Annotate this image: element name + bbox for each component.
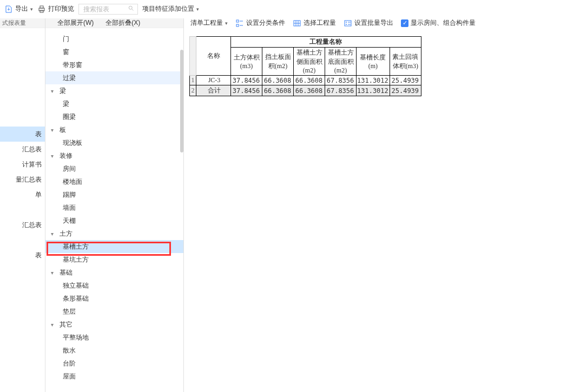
chevron-down-icon: ▾ [196, 6, 199, 12]
caret-down-icon: ▾ [51, 322, 57, 328]
tree-item[interactable]: 带形窗 [45, 58, 183, 71]
print-preview-label: 打印预览 [48, 4, 74, 14]
expand-all-button[interactable]: 全部展开(W) [57, 18, 94, 28]
tree-item[interactable]: 梁 [45, 97, 183, 110]
caret-down-icon: ▾ [51, 88, 57, 94]
left-tab-report[interactable]: 式报表量 [0, 18, 45, 28]
svg-line-4 [132, 9, 134, 11]
tree-item[interactable]: 台阶 [45, 357, 183, 370]
tree-item[interactable]: 圈梁 [45, 110, 183, 123]
tree-group[interactable]: ▾板 [45, 123, 183, 136]
tree-item[interactable]: 门 [45, 32, 183, 45]
caret-down-icon: ▾ [51, 127, 57, 133]
feature-position-label: 项目特征添加位置 [142, 4, 194, 14]
svg-rect-1 [40, 6, 43, 8]
column-header: 基槽土方底面面积(m2) [325, 48, 357, 76]
data-cell: 66.3608 [262, 76, 294, 85]
data-cell: 25.4939 [390, 85, 421, 96]
column-group-header: 工程量名称 [231, 37, 421, 48]
classify-icon [235, 19, 244, 28]
row-number: 1 [190, 76, 196, 85]
tree-item[interactable]: 散水 [45, 344, 183, 357]
list-quantity-button[interactable]: 清单工程量 ▾ [190, 18, 228, 28]
row-name-cell: 合计 [196, 85, 231, 96]
column-header: 土方体积(m3) [231, 48, 262, 76]
data-cell: 25.4939 [390, 76, 421, 85]
tree-group[interactable]: ▾梁 [45, 84, 183, 97]
tree-item[interactable]: 楼地面 [45, 175, 183, 188]
chevron-down-icon: ▾ [30, 6, 33, 12]
select-quantity-button[interactable]: 选择工程量 [293, 18, 336, 28]
show-rooms-toggle[interactable]: ✓ 显示房间、组合构件量 [401, 18, 476, 28]
svg-rect-13 [345, 21, 351, 26]
batch-export-icon [344, 19, 352, 28]
left-sidebar-item[interactable] [0, 202, 45, 217]
left-sidebar-item[interactable]: 计算书 [0, 157, 45, 172]
column-header: 素土回填体积(m3) [390, 48, 421, 76]
svg-point-14 [346, 22, 347, 23]
caret-down-icon: ▾ [51, 153, 57, 159]
print-preview-button[interactable]: 打印预览 [37, 4, 74, 14]
tree-group[interactable]: ▾其它 [45, 318, 183, 331]
data-cell: 67.8356 [325, 76, 357, 85]
left-sidebar-item[interactable]: 汇总表 [0, 217, 45, 232]
tree-item[interactable]: 独立基础 [45, 279, 183, 292]
batch-export-button[interactable]: 设置批量导出 [344, 18, 393, 28]
tree-item[interactable]: 过梁 [45, 71, 183, 84]
data-cell: 66.3608 [262, 85, 294, 96]
select-qty-icon [293, 19, 301, 28]
tree-item[interactable]: 平整场地 [45, 331, 183, 344]
search-icon [128, 5, 134, 13]
chevron-down-icon: ▾ [225, 21, 228, 26]
search-input-wrapper[interactable] [78, 4, 138, 15]
column-header: 基槽土方侧面面积(m2) [294, 48, 325, 76]
tree-item[interactable]: 窗 [45, 45, 183, 58]
search-input[interactable] [82, 5, 120, 14]
tree-item[interactable]: 屋面 [45, 370, 183, 383]
printer-icon [37, 5, 46, 14]
svg-point-3 [129, 6, 132, 9]
feature-position-button[interactable]: 项目特征添加位置 ▾ [142, 4, 199, 14]
left-sidebar-item[interactable]: 汇总表 [0, 142, 45, 157]
column-header: 挡土板面积(m2) [262, 48, 294, 76]
tree-group[interactable]: ▾土方 [45, 227, 183, 240]
tree-item[interactable]: 基槽土方 [45, 240, 183, 253]
tree-item[interactable]: 条形基础 [45, 292, 183, 305]
left-sidebar-item[interactable]: 单 [0, 187, 45, 202]
quantity-table: 名称工程量名称土方体积(m3)挡土板面积(m2)基槽土方侧面面积(m2)基槽土方… [189, 36, 421, 96]
tree-item[interactable]: 踢脚 [45, 188, 183, 201]
tree-item[interactable]: 垫层 [45, 305, 183, 318]
data-cell: 37.8456 [231, 76, 262, 85]
column-header: 名称 [196, 37, 231, 76]
column-header: 基槽长度(m) [357, 48, 390, 76]
tree-item[interactable]: 房间 [45, 162, 183, 175]
tree-group[interactable]: ▾基础 [45, 266, 183, 279]
left-sidebar-item[interactable]: 表 [0, 248, 45, 263]
data-cell: 66.3608 [294, 76, 325, 85]
set-classify-button[interactable]: 设置分类条件 [235, 18, 285, 28]
export-button[interactable]: 导出 ▾ [4, 4, 33, 14]
left-sidebar-item[interactable]: 量汇总表 [0, 172, 45, 187]
row-name-cell: JC-3 [196, 76, 231, 85]
data-cell: 131.3012 [357, 85, 390, 96]
checkbox-checked-icon: ✓ [401, 19, 408, 27]
tree-item[interactable]: 天棚 [45, 214, 183, 227]
tree-group[interactable]: ▾装修 [45, 149, 183, 162]
data-cell: 37.8456 [231, 85, 262, 96]
row-number: 2 [190, 85, 196, 96]
data-cell: 66.3608 [294, 85, 325, 96]
caret-down-icon: ▾ [51, 231, 57, 237]
svg-rect-5 [236, 20, 239, 22]
left-sidebar-item[interactable] [0, 232, 45, 248]
left-sidebar-item[interactable]: 表 [0, 127, 45, 142]
data-cell: 67.8356 [325, 85, 357, 96]
collapse-all-button[interactable]: 全部折叠(X) [106, 18, 140, 28]
data-cell: 131.3012 [357, 76, 390, 85]
tree-item[interactable]: 基坑土方 [45, 253, 183, 266]
tree-item[interactable]: 墙面 [45, 201, 183, 214]
export-label: 导出 [15, 4, 28, 14]
export-icon [4, 5, 13, 14]
svg-point-15 [346, 24, 347, 25]
scrollbar[interactable] [180, 50, 183, 152]
tree-item[interactable]: 现浇板 [45, 136, 183, 149]
